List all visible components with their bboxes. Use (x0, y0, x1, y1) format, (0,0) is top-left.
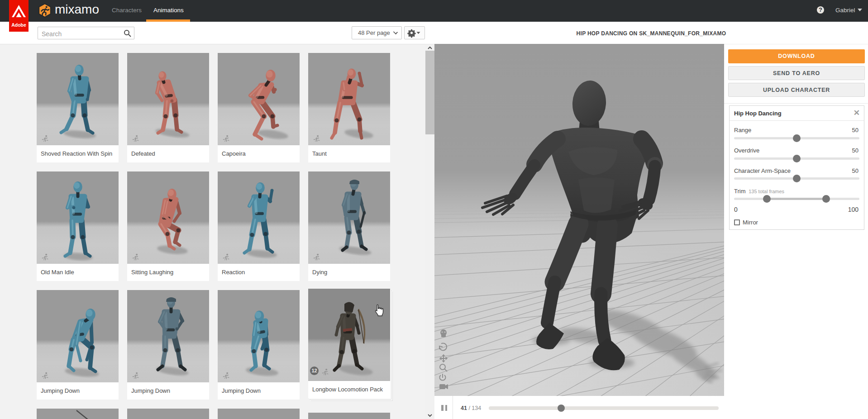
svg-text:Adobe: Adobe (11, 22, 26, 28)
